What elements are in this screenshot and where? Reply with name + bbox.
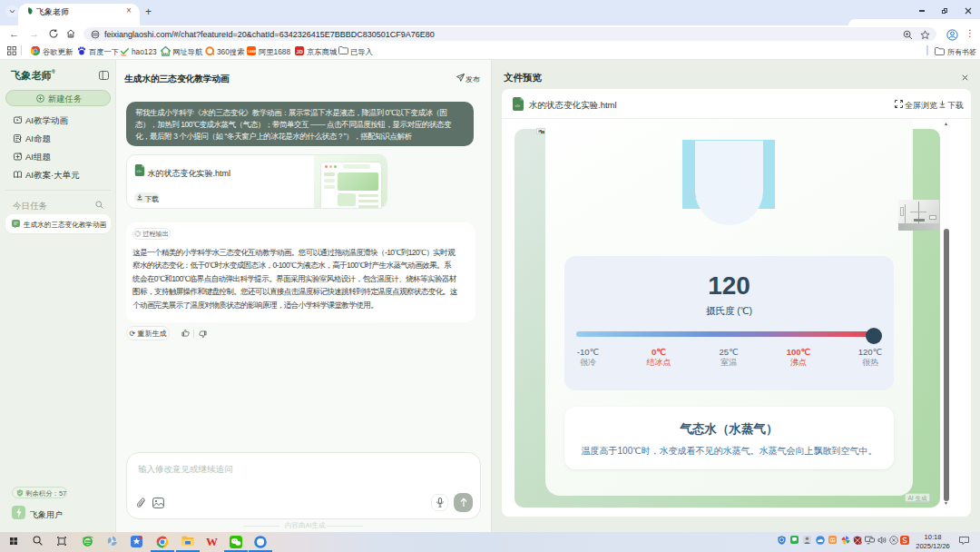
svg-text:hao: hao — [122, 54, 127, 56]
svg-text:JD: JD — [297, 49, 303, 54]
svg-text:</>: </> — [514, 104, 520, 108]
svg-text:W: W — [206, 536, 218, 547]
svg-text:</>: </> — [136, 170, 141, 173]
svg-text:1688: 1688 — [248, 49, 256, 54]
